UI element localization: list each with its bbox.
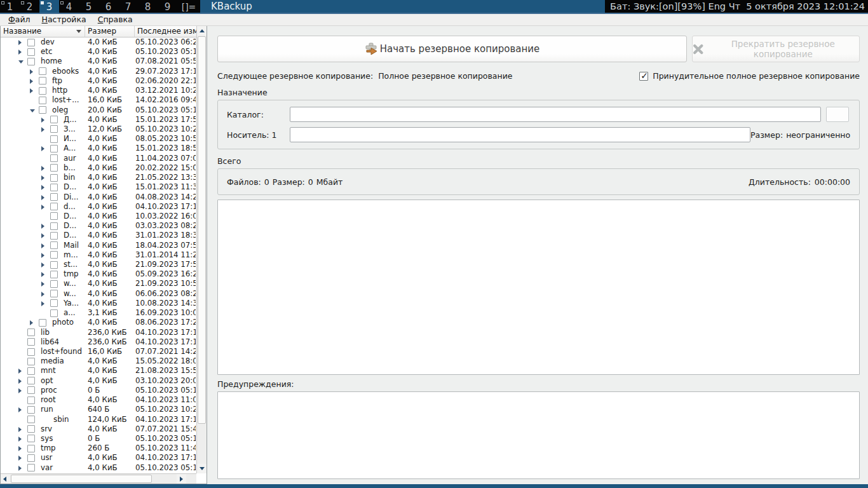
tree-row[interactable]: mnt4,0 КиБ21.08.2023 15:5 xyxy=(1,366,196,376)
workspace-tag-5[interactable]: 5 xyxy=(79,0,98,13)
tree-checkbox[interactable] xyxy=(50,309,58,317)
tree-checkbox[interactable] xyxy=(50,212,58,220)
tree-row[interactable]: http4,0 КиБ03.12.2021 10:2 xyxy=(1,86,196,95)
workspace-tag-9[interactable]: 9 xyxy=(158,0,177,13)
tree-checkbox[interactable] xyxy=(39,87,46,95)
tree-row[interactable]: D...4,0 КиБ31.01.2023 18:3 xyxy=(1,231,196,240)
menu-item[interactable]: Файл xyxy=(3,14,36,25)
tree-row[interactable]: Mail4,0 КиБ18.04.2023 07:5 xyxy=(1,241,196,250)
tree-checkbox[interactable] xyxy=(27,396,35,404)
expand-icon[interactable] xyxy=(41,281,44,287)
expand-icon[interactable] xyxy=(30,88,33,93)
expand-icon[interactable] xyxy=(41,146,44,151)
tree-row[interactable]: D...4,0 КиБ03.03.2023 08:2 xyxy=(1,221,196,231)
tree-row[interactable]: sbin124,0 КиБ04.10.2023 17:1 xyxy=(1,415,196,424)
layout-symbol[interactable]: []= xyxy=(177,0,200,13)
tree-checkbox[interactable] xyxy=(27,329,35,336)
collapse-icon[interactable] xyxy=(18,60,24,64)
tree-row[interactable]: dev4,0 КиБ05.10.2023 06:2 xyxy=(1,37,196,47)
tree-checkbox[interactable] xyxy=(27,338,35,346)
tree-checkbox[interactable] xyxy=(27,425,35,433)
tree-row[interactable]: home4,0 КиБ07.08.2021 05:5 xyxy=(1,57,196,66)
tree-row[interactable]: ebooks4,0 КиБ29.07.2023 17:1 xyxy=(1,67,196,76)
workspace-tag-4[interactable]: 4 xyxy=(59,0,79,13)
tree-row[interactable]: var4,0 КиБ05.10.2023 05:1 xyxy=(1,463,196,473)
workspace-tag-2[interactable]: 2 xyxy=(20,0,39,13)
tree-row[interactable]: tmp260 Б05.10.2023 11:4 xyxy=(1,444,196,453)
tree-checkbox[interactable] xyxy=(50,193,58,201)
tree-checkbox[interactable] xyxy=(50,280,58,288)
tree-row[interactable]: Д...4,0 КиБ15.01.2023 17:5 xyxy=(1,115,196,125)
expand-icon[interactable] xyxy=(30,69,33,74)
column-header-size[interactable]: Размер xyxy=(85,26,135,37)
workspace-tag-3[interactable]: 3 xyxy=(39,0,59,13)
expand-icon[interactable] xyxy=(41,253,44,258)
force-full-backup-checkbox[interactable]: Принудительное полное резервное копирова… xyxy=(639,71,860,81)
expand-icon[interactable] xyxy=(41,224,44,229)
tree-checkbox[interactable] xyxy=(39,77,46,85)
expand-icon[interactable] xyxy=(41,185,44,190)
tree-checkbox[interactable] xyxy=(27,406,35,414)
expand-icon[interactable] xyxy=(18,40,22,45)
tree-row[interactable]: media4,0 КиБ15.05.2022 18:0 xyxy=(1,356,196,366)
checkbox-checked-icon[interactable] xyxy=(639,72,648,81)
expand-icon[interactable] xyxy=(41,118,44,123)
workspace-tag-1[interactable]: 1 xyxy=(0,0,20,13)
collapse-icon[interactable] xyxy=(30,109,35,112)
expand-icon[interactable] xyxy=(30,320,33,325)
scroll-up-button[interactable] xyxy=(197,26,207,36)
tree-row[interactable]: srv4,0 КиБ07.07.2021 15:4 xyxy=(1,424,196,434)
tree-row[interactable]: etc4,0 КиБ05.10.2023 05:1 xyxy=(1,47,196,57)
expand-icon[interactable] xyxy=(18,369,22,374)
tree-row[interactable]: usr4,0 КиБ04.10.2023 17:1 xyxy=(1,453,196,463)
expand-icon[interactable] xyxy=(18,466,22,471)
media-input[interactable] xyxy=(290,127,750,142)
tree-checkbox[interactable] xyxy=(27,445,35,452)
browse-folder-button[interactable] xyxy=(826,107,849,122)
expand-icon[interactable] xyxy=(18,437,22,442)
tree-row[interactable]: Ya...4,0 КиБ10.08.2023 14:3 xyxy=(1,299,196,308)
backup-file-list[interactable] xyxy=(217,200,860,375)
tree-checkbox[interactable] xyxy=(50,174,58,182)
tree-row[interactable]: А...4,0 КиБ15.01.2023 18:5 xyxy=(1,144,196,153)
tree-row[interactable]: З...12,0 КиБ05.10.2023 10:2 xyxy=(1,125,196,134)
expand-icon[interactable] xyxy=(18,388,22,393)
tree-checkbox[interactable] xyxy=(50,154,58,162)
tree-row[interactable]: run640 Б05.10.2023 10:2 xyxy=(1,405,196,414)
column-header-name[interactable]: Название xyxy=(1,26,85,37)
tree-row[interactable]: oleg20,0 КиБ05.10.2023 05:1 xyxy=(1,105,196,115)
scroll-left-button[interactable] xyxy=(1,474,10,484)
tree-row[interactable]: w...4,0 КиБ21.09.2023 10:5 xyxy=(1,279,196,288)
expand-icon[interactable] xyxy=(18,379,22,384)
stop-backup-button[interactable]: Прекратить резервное копирование xyxy=(692,36,860,62)
tree-row[interactable]: D...4,0 КиБ15.01.2023 11:3 xyxy=(1,182,196,192)
tree-checkbox[interactable] xyxy=(27,348,35,356)
warnings-list[interactable] xyxy=(217,391,860,479)
tree-row[interactable]: lib236,0 КиБ04.10.2023 17:1 xyxy=(1,328,196,337)
expand-icon[interactable] xyxy=(18,407,22,412)
tree-checkbox[interactable] xyxy=(27,435,35,442)
tree-checkbox[interactable] xyxy=(50,145,58,152)
tree-checkbox[interactable] xyxy=(50,164,58,172)
expand-icon[interactable] xyxy=(18,427,22,432)
tree-row[interactable]: bin4,0 КиБ21.05.2022 13:3 xyxy=(1,173,196,182)
tree-checkbox[interactable] xyxy=(50,290,58,297)
tree-row[interactable]: w...4,0 КиБ06.06.2023 08:2 xyxy=(1,289,196,299)
tree-row[interactable]: photo4,0 КиБ08.06.2023 17:2 xyxy=(1,318,196,327)
tree-checkbox[interactable] xyxy=(27,358,35,365)
horizontal-scrollbar-thumb[interactable] xyxy=(11,475,152,483)
tree-row[interactable]: opt4,0 КиБ03.10.2023 20:0 xyxy=(1,376,196,386)
menu-item[interactable]: Справка xyxy=(92,14,139,25)
tree-row[interactable]: lost+...16,0 КиБ14.02.2016 09:4 xyxy=(1,95,196,105)
vertical-scrollbar-thumb[interactable] xyxy=(198,36,206,424)
tree-checkbox[interactable] xyxy=(50,271,58,278)
tree-row[interactable]: D...4,0 КиБ10.03.2022 16:0 xyxy=(1,212,196,221)
tree-checkbox[interactable] xyxy=(27,386,35,394)
expand-icon[interactable] xyxy=(41,127,44,132)
tree-checkbox[interactable] xyxy=(27,454,35,462)
tree-checkbox[interactable] xyxy=(27,58,35,65)
workspace-tag-6[interactable]: 6 xyxy=(98,0,118,13)
vertical-scrollbar[interactable] xyxy=(196,26,207,473)
expand-icon[interactable] xyxy=(18,50,22,55)
workspace-tag-8[interactable]: 8 xyxy=(138,0,158,13)
